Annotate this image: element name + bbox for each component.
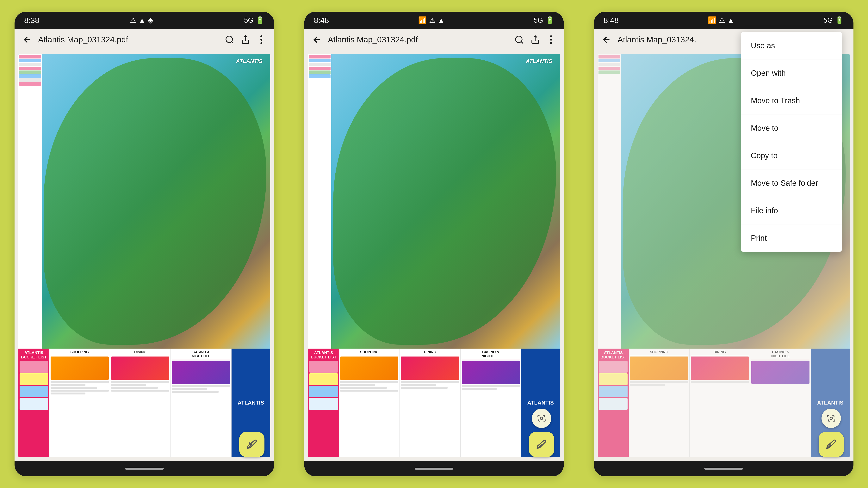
- menu-item-copy-to[interactable]: Copy to: [741, 142, 842, 169]
- sidebar-block-4: [19, 67, 41, 70]
- svg-point-8: [540, 417, 543, 420]
- share-button-2[interactable]: [528, 33, 542, 47]
- guide-columns-1: SHOPPING DINING: [50, 349, 231, 457]
- status-time-2: 8:48: [314, 16, 329, 25]
- guide-columns-2: SHOPPING DINING: [339, 349, 521, 457]
- svg-point-7: [550, 42, 552, 44]
- menu-item-use-as[interactable]: Use as: [741, 32, 842, 60]
- guide-col-casino-img-2: [462, 361, 520, 384]
- sim-icon-1: ◈: [148, 16, 153, 24]
- map-island-2: [333, 58, 556, 345]
- signal-icon-3: ⚠: [719, 16, 725, 24]
- bucket-section-2-1: [309, 361, 338, 372]
- sidebar-block-5: [19, 70, 41, 74]
- guide-col-casino-1: CASINO &NIGHTLIFE: [171, 349, 231, 457]
- sidebar-block-6: [19, 74, 41, 78]
- menu-item-print[interactable]: Print: [741, 224, 842, 252]
- guide-col-dining-header-3: DINING: [691, 350, 749, 355]
- guide-col-casino-img-1: [172, 361, 230, 384]
- nav-pill-2: [414, 468, 454, 469]
- fab-edit-button-2[interactable]: [529, 432, 554, 457]
- triangle-icon-3: ▲: [727, 16, 734, 24]
- screen-1: 8:38 ⚠ ▲ ◈ 5G 🔋 Atlantis Map_031324.pdf: [14, 11, 274, 476]
- nav-bar-3: [594, 461, 854, 476]
- more-button-2[interactable]: [544, 33, 558, 47]
- status-icons-left-3: 📶 ⚠ ▲: [708, 16, 734, 24]
- map-sidebar-2: [308, 54, 331, 349]
- fab-area-3: [818, 409, 844, 457]
- bucket-sections-3: [599, 361, 627, 410]
- fab-edit-button-1[interactable]: [239, 432, 265, 457]
- status-time-3: 8:48: [603, 16, 619, 25]
- fab-edit-button-3[interactable]: [818, 432, 844, 457]
- bucket-list-title-3: ATLANTISBUCKET LIST: [599, 351, 627, 359]
- fab-area-1: [239, 432, 265, 457]
- nav-bar-1: [14, 461, 274, 476]
- signal-icon-2: ⚠: [429, 16, 435, 24]
- svg-point-12: [830, 417, 833, 420]
- guide-col-shopping-header-3: SHOPPING: [630, 350, 688, 355]
- guide-col-dining-1: DINING: [110, 349, 171, 457]
- sidebar-block-2-4: [309, 67, 331, 70]
- line-d4: [111, 390, 169, 392]
- status-right-2: 5G 🔋: [534, 16, 554, 24]
- status-bar-3: 8:48 📶 ⚠ ▲ 5G 🔋: [594, 11, 854, 29]
- menu-item-file-info[interactable]: File info: [741, 197, 842, 224]
- menu-item-move-to-trash[interactable]: Move to Trash: [741, 87, 842, 115]
- line-3: [51, 387, 97, 389]
- bucket-section-3: [20, 386, 48, 397]
- svg-point-5: [550, 35, 552, 37]
- menu-item-move-to-safe[interactable]: Move to Safe folder: [741, 169, 842, 197]
- fab-scan-button-3[interactable]: [822, 409, 841, 428]
- share-button-1[interactable]: [239, 33, 252, 47]
- context-menu: Use as Open with Move to Trash Move to C…: [741, 32, 842, 252]
- map-sidebar-3: [598, 54, 621, 349]
- pdf-page-2: ATLANTIS ATLANTISBUCKET LIST: [308, 54, 560, 457]
- bucket-sections-1: [20, 361, 48, 410]
- menu-item-move-to[interactable]: Move to: [741, 115, 842, 142]
- guide-col-casino-lines-2: [462, 385, 520, 390]
- guide-col-casino-header-3: CASINO &NIGHTLIFE: [751, 350, 809, 359]
- back-button-1[interactable]: [20, 33, 34, 47]
- svg-point-3: [260, 42, 262, 44]
- guide-col-shopping-3: SHOPPING: [629, 349, 689, 457]
- bucket-section-2-3: [309, 386, 338, 397]
- map-bottom-2: ATLANTISBUCKET LIST SHOPPING: [308, 349, 560, 457]
- map-title-2: ATLANTIS: [526, 58, 552, 64]
- bucket-sections-2: [309, 361, 338, 410]
- sidebar-block-2: [19, 59, 41, 62]
- sidebar-block-2-3: [309, 63, 331, 66]
- screen-3: 8:48 📶 ⚠ ▲ 5G 🔋 Atlantis Map_031324.: [594, 11, 854, 476]
- guide-col-shopping-header-2: SHOPPING: [340, 350, 398, 355]
- search-button-2[interactable]: [512, 33, 526, 47]
- status-time-1: 8:38: [24, 16, 39, 25]
- pdf-content-1: ATLANTIS ATLANTISBUCKET LIST: [14, 51, 274, 461]
- map-image-top-1: ATLANTIS: [19, 54, 270, 349]
- bucket-list-1: ATLANTISBUCKET LIST: [19, 349, 50, 457]
- menu-item-open-with[interactable]: Open with: [741, 60, 842, 87]
- back-button-2[interactable]: [310, 33, 324, 47]
- fab-scan-button-2[interactable]: [532, 409, 551, 428]
- guide-col-dining-2: DINING: [400, 349, 460, 457]
- bucket-list-3: ATLANTISBUCKET LIST: [598, 349, 629, 457]
- guide-col-shopping-header-1: SHOPPING: [51, 350, 109, 355]
- status-right-1: 5G 🔋: [244, 16, 265, 24]
- bucket-section-4: [20, 398, 48, 410]
- app-title-1: Atlantis Map_031324.pdf: [38, 35, 219, 44]
- map-bottom-3: ATLANTISBUCKET LIST SHOPPING: [598, 349, 849, 457]
- sidebar-block-8: [19, 82, 41, 86]
- sidebar-block-2-6: [309, 74, 331, 78]
- guide-col-shopping-img-1: [51, 357, 109, 380]
- guide-col-dining-3: DINING: [689, 349, 750, 457]
- triangle-icon-2: ▲: [438, 16, 445, 24]
- back-button-3[interactable]: [600, 33, 614, 47]
- pdf-page-1: ATLANTIS ATLANTISBUCKET LIST: [19, 54, 270, 457]
- more-button-1[interactable]: [254, 33, 268, 47]
- panel-3: 8:48 📶 ⚠ ▲ 5G 🔋 Atlantis Map_031324.: [580, 0, 868, 488]
- svg-point-6: [550, 39, 552, 41]
- sidebar-block-3: [19, 63, 41, 66]
- search-button-1[interactable]: [223, 33, 237, 47]
- bucket-list-title-1: ATLANTISBUCKET LIST: [20, 351, 48, 359]
- guide-col-casino-3: CASINO &NIGHTLIFE: [750, 349, 811, 457]
- bucket-section-2-2: [309, 373, 338, 385]
